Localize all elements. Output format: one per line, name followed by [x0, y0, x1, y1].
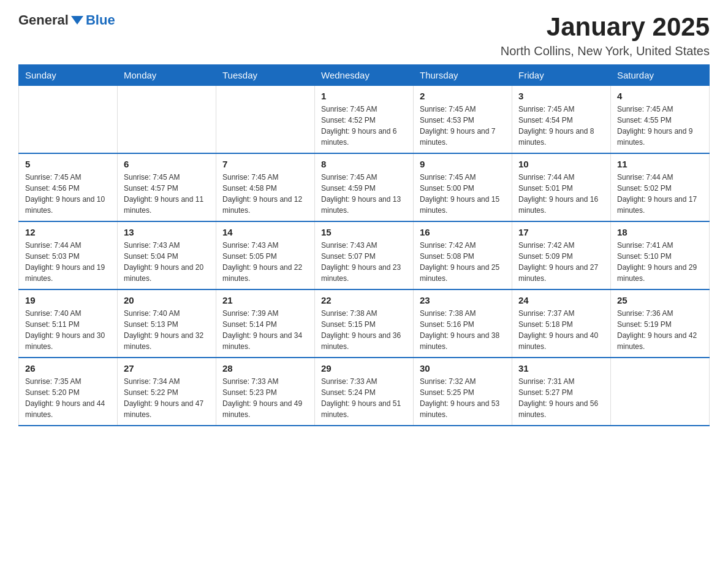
calendar-day-30: 30Sunrise: 7:32 AMSunset: 5:25 PMDayligh…	[414, 358, 512, 426]
day-number: 28	[222, 363, 308, 373]
calendar-day-20: 20Sunrise: 7:40 AMSunset: 5:13 PMDayligh…	[118, 289, 216, 358]
day-number: 12	[25, 227, 111, 237]
calendar-week-row-3: 12Sunrise: 7:44 AMSunset: 5:03 PMDayligh…	[19, 221, 710, 289]
day-number: 19	[25, 295, 111, 305]
calendar-day-7: 7Sunrise: 7:45 AMSunset: 4:58 PMDaylight…	[216, 153, 315, 221]
day-number: 15	[321, 227, 407, 237]
calendar-day-26: 26Sunrise: 7:35 AMSunset: 5:20 PMDayligh…	[19, 358, 118, 426]
day-number: 10	[518, 159, 604, 169]
calendar-empty-cell	[19, 86, 118, 154]
logo: General Blue	[18, 12, 115, 28]
day-info: Sunrise: 7:45 AMSunset: 5:00 PMDaylight:…	[420, 172, 506, 216]
page-header: General Blue January 2025 North Collins,…	[18, 12, 710, 58]
day-number: 29	[321, 363, 407, 373]
calendar-day-3: 3Sunrise: 7:45 AMSunset: 4:54 PMDaylight…	[512, 86, 611, 154]
day-number: 14	[222, 227, 308, 237]
calendar-day-1: 1Sunrise: 7:45 AMSunset: 4:52 PMDaylight…	[315, 86, 414, 154]
day-number: 23	[420, 295, 506, 305]
day-info: Sunrise: 7:45 AMSunset: 4:58 PMDaylight:…	[222, 172, 308, 216]
weekday-header-monday: Monday	[118, 65, 216, 86]
day-number: 22	[321, 295, 407, 305]
calendar-empty-cell	[611, 358, 710, 426]
day-info: Sunrise: 7:42 AMSunset: 5:08 PMDaylight:…	[420, 240, 506, 284]
weekday-header-saturday: Saturday	[611, 65, 710, 86]
day-number: 26	[25, 363, 111, 373]
day-info: Sunrise: 7:36 AMSunset: 5:19 PMDaylight:…	[617, 308, 703, 352]
calendar-week-row-5: 26Sunrise: 7:35 AMSunset: 5:20 PMDayligh…	[19, 358, 710, 426]
calendar-day-25: 25Sunrise: 7:36 AMSunset: 5:19 PMDayligh…	[611, 289, 710, 358]
day-info: Sunrise: 7:38 AMSunset: 5:15 PMDaylight:…	[321, 308, 407, 352]
calendar-day-4: 4Sunrise: 7:45 AMSunset: 4:55 PMDaylight…	[611, 86, 710, 154]
calendar-day-15: 15Sunrise: 7:43 AMSunset: 5:07 PMDayligh…	[315, 221, 414, 289]
calendar-empty-cell	[216, 86, 315, 154]
calendar-day-17: 17Sunrise: 7:42 AMSunset: 5:09 PMDayligh…	[512, 221, 611, 289]
logo-blue: Blue	[86, 12, 115, 28]
day-info: Sunrise: 7:44 AMSunset: 5:03 PMDaylight:…	[25, 240, 111, 284]
day-info: Sunrise: 7:38 AMSunset: 5:16 PMDaylight:…	[420, 308, 506, 352]
day-number: 3	[518, 91, 604, 101]
calendar-day-16: 16Sunrise: 7:42 AMSunset: 5:08 PMDayligh…	[414, 221, 512, 289]
calendar-empty-cell	[118, 86, 216, 154]
calendar-day-5: 5Sunrise: 7:45 AMSunset: 4:56 PMDaylight…	[19, 153, 118, 221]
day-number: 31	[518, 363, 604, 373]
day-info: Sunrise: 7:40 AMSunset: 5:13 PMDaylight:…	[124, 308, 210, 352]
weekday-header-friday: Friday	[512, 65, 611, 86]
day-info: Sunrise: 7:43 AMSunset: 5:07 PMDaylight:…	[321, 240, 407, 284]
calendar-day-13: 13Sunrise: 7:43 AMSunset: 5:04 PMDayligh…	[118, 221, 216, 289]
calendar-day-24: 24Sunrise: 7:37 AMSunset: 5:18 PMDayligh…	[512, 289, 611, 358]
day-number: 20	[124, 295, 210, 305]
calendar-week-row-4: 19Sunrise: 7:40 AMSunset: 5:11 PMDayligh…	[19, 289, 710, 358]
day-info: Sunrise: 7:45 AMSunset: 4:56 PMDaylight:…	[25, 172, 111, 216]
calendar-table: SundayMondayTuesdayWednesdayThursdayFrid…	[18, 64, 710, 426]
day-number: 21	[222, 295, 308, 305]
day-info: Sunrise: 7:35 AMSunset: 5:20 PMDaylight:…	[25, 376, 111, 420]
weekday-header-wednesday: Wednesday	[315, 65, 414, 86]
calendar-week-row-1: 1Sunrise: 7:45 AMSunset: 4:52 PMDaylight…	[19, 86, 710, 154]
calendar-day-18: 18Sunrise: 7:41 AMSunset: 5:10 PMDayligh…	[611, 221, 710, 289]
calendar-day-21: 21Sunrise: 7:39 AMSunset: 5:14 PMDayligh…	[216, 289, 315, 358]
day-info: Sunrise: 7:45 AMSunset: 4:55 PMDaylight:…	[617, 104, 703, 148]
calendar-day-19: 19Sunrise: 7:40 AMSunset: 5:11 PMDayligh…	[19, 289, 118, 358]
day-info: Sunrise: 7:39 AMSunset: 5:14 PMDaylight:…	[222, 308, 308, 352]
day-number: 13	[124, 227, 210, 237]
day-info: Sunrise: 7:43 AMSunset: 5:04 PMDaylight:…	[124, 240, 210, 284]
day-number: 2	[420, 91, 506, 101]
calendar-day-9: 9Sunrise: 7:45 AMSunset: 5:00 PMDaylight…	[414, 153, 512, 221]
weekday-header-tuesday: Tuesday	[216, 65, 315, 86]
day-number: 25	[617, 295, 703, 305]
day-info: Sunrise: 7:42 AMSunset: 5:09 PMDaylight:…	[518, 240, 604, 284]
day-info: Sunrise: 7:41 AMSunset: 5:10 PMDaylight:…	[617, 240, 703, 284]
day-info: Sunrise: 7:45 AMSunset: 4:53 PMDaylight:…	[420, 104, 506, 148]
day-number: 9	[420, 159, 506, 169]
calendar-subtitle: North Collins, New York, United States	[501, 44, 710, 58]
day-info: Sunrise: 7:45 AMSunset: 4:52 PMDaylight:…	[321, 104, 407, 148]
day-number: 17	[518, 227, 604, 237]
calendar-day-2: 2Sunrise: 7:45 AMSunset: 4:53 PMDaylight…	[414, 86, 512, 154]
calendar-day-12: 12Sunrise: 7:44 AMSunset: 5:03 PMDayligh…	[19, 221, 118, 289]
day-number: 27	[124, 363, 210, 373]
calendar-day-6: 6Sunrise: 7:45 AMSunset: 4:57 PMDaylight…	[118, 153, 216, 221]
day-info: Sunrise: 7:34 AMSunset: 5:22 PMDaylight:…	[124, 376, 210, 420]
calendar-day-28: 28Sunrise: 7:33 AMSunset: 5:23 PMDayligh…	[216, 358, 315, 426]
day-info: Sunrise: 7:33 AMSunset: 5:24 PMDaylight:…	[321, 376, 407, 420]
calendar-day-23: 23Sunrise: 7:38 AMSunset: 5:16 PMDayligh…	[414, 289, 512, 358]
calendar-day-31: 31Sunrise: 7:31 AMSunset: 5:27 PMDayligh…	[512, 358, 611, 426]
weekday-header-thursday: Thursday	[414, 65, 512, 86]
day-number: 4	[617, 91, 703, 101]
day-number: 6	[124, 159, 210, 169]
calendar-day-10: 10Sunrise: 7:44 AMSunset: 5:01 PMDayligh…	[512, 153, 611, 221]
day-info: Sunrise: 7:43 AMSunset: 5:05 PMDaylight:…	[222, 240, 308, 284]
title-section: January 2025 North Collins, New York, Un…	[501, 12, 710, 58]
day-number: 11	[617, 159, 703, 169]
weekday-header-row: SundayMondayTuesdayWednesdayThursdayFrid…	[19, 65, 710, 86]
day-number: 24	[518, 295, 604, 305]
day-info: Sunrise: 7:45 AMSunset: 4:59 PMDaylight:…	[321, 172, 407, 216]
day-number: 7	[222, 159, 308, 169]
calendar-title: January 2025	[501, 12, 710, 42]
day-info: Sunrise: 7:45 AMSunset: 4:57 PMDaylight:…	[124, 172, 210, 216]
day-info: Sunrise: 7:31 AMSunset: 5:27 PMDaylight:…	[518, 376, 604, 420]
logo-general: General	[18, 12, 69, 28]
day-number: 30	[420, 363, 506, 373]
calendar-day-29: 29Sunrise: 7:33 AMSunset: 5:24 PMDayligh…	[315, 358, 414, 426]
day-number: 1	[321, 91, 407, 101]
